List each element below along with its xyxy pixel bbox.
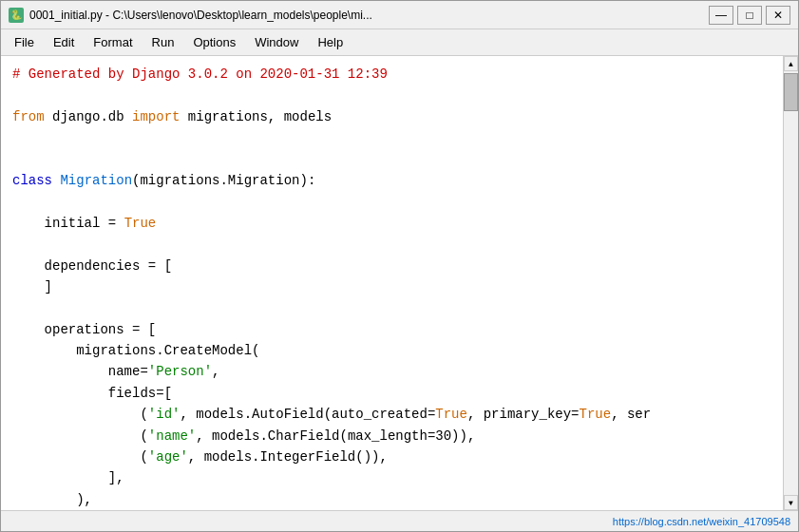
code-line: # Generated by Django 3.0.2 on 2020-01-3… — [12, 64, 771, 85]
code-editor[interactable]: # Generated by Django 3.0.2 on 2020-01-3… — [1, 56, 783, 510]
maximize-button[interactable]: □ — [737, 6, 762, 25]
menu-window[interactable]: Window — [245, 31, 308, 53]
menu-bar: File Edit Format Run Options Window Help — [1, 29, 798, 56]
menu-run[interactable]: Run — [143, 31, 184, 53]
code-line — [12, 191, 771, 212]
code-line — [12, 234, 771, 255]
code-line: fields=[ — [12, 383, 771, 404]
code-line: ('id', models.AutoField(auto_created=Tru… — [12, 404, 771, 425]
menu-file[interactable]: File — [5, 31, 44, 53]
scroll-down-arrow[interactable]: ▼ — [784, 495, 798, 510]
code-line: dependencies = [ — [12, 256, 771, 276]
status-link: https://blog.csdn.net/weixin_41709548 — [613, 516, 790, 527]
minimize-button[interactable]: — — [709, 6, 733, 25]
scroll-up-arrow[interactable]: ▲ — [784, 56, 798, 71]
window-title: 0001_initial.py - C:\Users\lenovo\Deskto… — [29, 9, 372, 22]
scroll-thumb[interactable] — [784, 73, 798, 111]
code-line: from django.db import migrations, models — [12, 106, 771, 127]
code-line — [12, 127, 771, 148]
code-line: migrations.CreateModel( — [12, 340, 771, 361]
code-line: initial = True — [12, 213, 771, 234]
code-line: class Migration(migrations.Migration): — [12, 170, 771, 191]
title-bar: 🐍 0001_initial.py - C:\Users\lenovo\Desk… — [1, 1, 798, 29]
code-line — [12, 149, 771, 170]
close-button[interactable]: ✕ — [766, 6, 790, 25]
code-line: ), — [12, 489, 771, 510]
code-line: ] — [12, 276, 771, 297]
app-icon: 🐍 — [9, 8, 24, 23]
code-line: ('name', models.CharField(max_length=30)… — [12, 426, 771, 446]
code-line — [12, 85, 771, 105]
main-window: 🐍 0001_initial.py - C:\Users\lenovo\Desk… — [0, 0, 799, 532]
code-line: operations = [ — [12, 319, 771, 340]
code-line: ('age', models.IntegerField()), — [12, 446, 771, 467]
menu-options[interactable]: Options — [183, 31, 245, 53]
code-line: name='Person', — [12, 361, 771, 382]
code-line — [12, 297, 771, 318]
status-bar: https://blog.csdn.net/weixin_41709548 — [1, 510, 798, 531]
menu-help[interactable]: Help — [308, 31, 352, 53]
menu-edit[interactable]: Edit — [44, 31, 84, 53]
editor-area: # Generated by Django 3.0.2 on 2020-01-3… — [1, 56, 798, 510]
title-bar-left: 🐍 0001_initial.py - C:\Users\lenovo\Desk… — [9, 8, 372, 23]
menu-format[interactable]: Format — [84, 31, 142, 53]
code-line: ], — [12, 467, 771, 488]
vertical-scrollbar[interactable]: ▲ ▼ — [783, 56, 798, 510]
window-controls: — □ ✕ — [709, 6, 790, 25]
